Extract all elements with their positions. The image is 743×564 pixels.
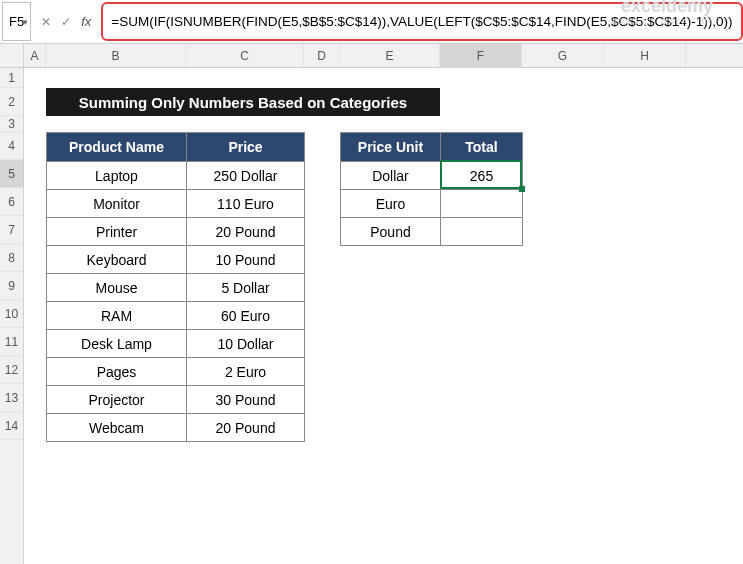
cell[interactable]: Monitor — [47, 190, 187, 218]
row-header-5[interactable]: 5 — [0, 160, 23, 188]
row-header-2[interactable]: 2 — [0, 88, 23, 116]
column-headers: A B C D E F G H — [24, 44, 743, 68]
cell[interactable]: 265 — [441, 162, 523, 190]
table-row: Dollar265 — [341, 162, 523, 190]
cell[interactable]: 110 Euro — [187, 190, 305, 218]
title-banner: Summing Only Numbers Based on Categories — [46, 88, 440, 116]
col-header-F[interactable]: F — [440, 44, 522, 67]
watermark-title: exceldemy — [612, 0, 713, 17]
cell[interactable]: Laptop — [47, 162, 187, 190]
table-row: Pound — [341, 218, 523, 246]
cell[interactable]: Pound — [341, 218, 441, 246]
table-row: Pages2 Euro — [47, 358, 305, 386]
row-header-3[interactable]: 3 — [0, 116, 23, 132]
cell[interactable]: Pages — [47, 358, 187, 386]
cell[interactable]: 250 Dollar — [187, 162, 305, 190]
table-row: Printer20 Pound — [47, 218, 305, 246]
product-name-header[interactable]: Product Name — [47, 133, 187, 162]
table-header-row: Price Unit Total — [341, 133, 523, 162]
table-row: Mouse5 Dollar — [47, 274, 305, 302]
cell[interactable]: Mouse — [47, 274, 187, 302]
cell[interactable]: 2 Euro — [187, 358, 305, 386]
col-header-A[interactable]: A — [24, 44, 46, 67]
cell[interactable]: 30 Pound — [187, 386, 305, 414]
table-row: Euro — [341, 190, 523, 218]
cell[interactable] — [441, 218, 523, 246]
table-row: Keyboard10 Pound — [47, 246, 305, 274]
name-box-value: F5 — [9, 14, 24, 29]
fx-icon[interactable]: fx — [81, 14, 91, 29]
price-unit-header[interactable]: Price Unit — [341, 133, 441, 162]
row-header-12[interactable]: 12 — [0, 356, 23, 384]
select-all-corner[interactable] — [0, 44, 23, 68]
cell[interactable]: Euro — [341, 190, 441, 218]
row-header-10[interactable]: 10 — [0, 300, 23, 328]
main-data-table: Product Name Price Laptop250 Dollar Moni… — [46, 132, 305, 442]
cell[interactable] — [441, 190, 523, 218]
table-row: Webcam20 Pound — [47, 414, 305, 442]
table-header-row: Product Name Price — [47, 133, 305, 162]
cell[interactable]: Dollar — [341, 162, 441, 190]
table-row: Projector30 Pound — [47, 386, 305, 414]
cell[interactable]: Webcam — [47, 414, 187, 442]
fill-handle[interactable] — [519, 186, 525, 192]
price-header[interactable]: Price — [187, 133, 305, 162]
cell[interactable]: 20 Pound — [187, 414, 305, 442]
col-header-H[interactable]: H — [604, 44, 686, 67]
spreadsheet-grid: 1 2 3 4 5 6 7 8 9 10 11 12 13 14 A B C D… — [0, 44, 743, 564]
cell[interactable]: 5 Dollar — [187, 274, 305, 302]
summary-table: Price Unit Total Dollar265 Euro Pound — [340, 132, 523, 246]
total-header[interactable]: Total — [441, 133, 523, 162]
cell[interactable]: Projector — [47, 386, 187, 414]
row-header-1[interactable]: 1 — [0, 68, 23, 88]
cell[interactable]: Keyboard — [47, 246, 187, 274]
col-header-B[interactable]: B — [46, 44, 186, 67]
row-header-4[interactable]: 4 — [0, 132, 23, 160]
row-header-8[interactable]: 8 — [0, 244, 23, 272]
cell[interactable]: 60 Euro — [187, 302, 305, 330]
row-headers: 1 2 3 4 5 6 7 8 9 10 11 12 13 14 — [0, 44, 24, 564]
row-header-11[interactable]: 11 — [0, 328, 23, 356]
table-row: Desk Lamp10 Dollar — [47, 330, 305, 358]
row-header-6[interactable]: 6 — [0, 188, 23, 216]
cell[interactable]: Desk Lamp — [47, 330, 187, 358]
watermark: exceldemy EXCEL · DATA · BI — [612, 0, 713, 26]
cell[interactable]: 10 Dollar — [187, 330, 305, 358]
formula-controls: ✕ ✓ fx — [33, 0, 99, 43]
cell[interactable]: Printer — [47, 218, 187, 246]
chevron-down-icon[interactable]: ▾ — [23, 17, 28, 27]
cell[interactable]: 10 Pound — [187, 246, 305, 274]
row-header-14[interactable]: 14 — [0, 412, 23, 440]
cancel-icon[interactable]: ✕ — [37, 13, 55, 31]
col-header-C[interactable]: C — [186, 44, 304, 67]
col-header-G[interactable]: G — [522, 44, 604, 67]
name-box[interactable]: F5 ▾ — [2, 2, 31, 41]
cell[interactable]: RAM — [47, 302, 187, 330]
row-header-7[interactable]: 7 — [0, 216, 23, 244]
table-row: Monitor110 Euro — [47, 190, 305, 218]
col-header-E[interactable]: E — [340, 44, 440, 67]
table-row: RAM60 Euro — [47, 302, 305, 330]
confirm-icon[interactable]: ✓ — [57, 13, 75, 31]
watermark-subtitle: EXCEL · DATA · BI — [612, 17, 713, 26]
row-header-13[interactable]: 13 — [0, 384, 23, 412]
table-row: Laptop250 Dollar — [47, 162, 305, 190]
row-header-9[interactable]: 9 — [0, 272, 23, 300]
col-header-D[interactable]: D — [304, 44, 340, 67]
cell[interactable]: 20 Pound — [187, 218, 305, 246]
